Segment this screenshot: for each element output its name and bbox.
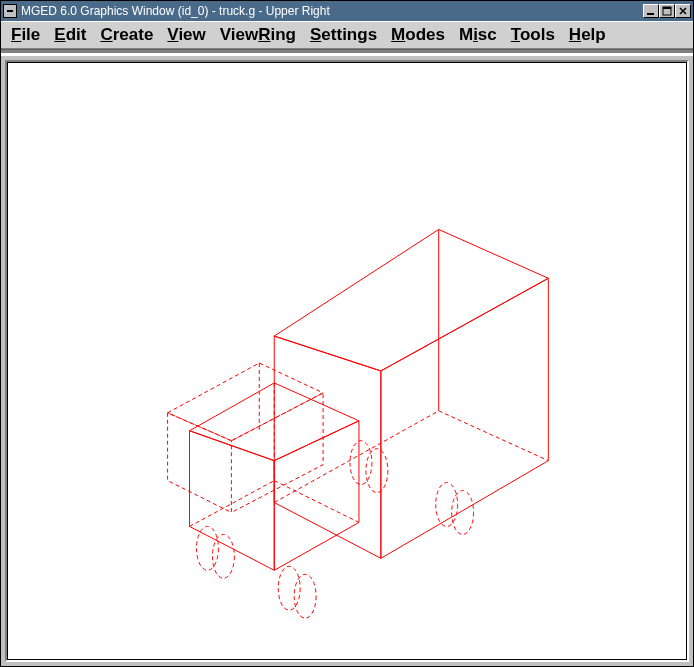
- menu-modes[interactable]: Modes: [391, 25, 445, 45]
- menu-tools[interactable]: Tools: [511, 25, 555, 45]
- svg-point-9: [366, 449, 388, 493]
- wireframe-truck: [7, 62, 687, 660]
- svg-point-6: [278, 566, 300, 610]
- maximize-button[interactable]: [659, 4, 675, 18]
- menu-edit[interactable]: Edit: [54, 25, 86, 45]
- svg-point-7: [294, 574, 316, 618]
- graphics-viewport[interactable]: [5, 60, 689, 662]
- window-sysmenu-icon[interactable]: [3, 4, 17, 18]
- svg-rect-3: [663, 7, 671, 9]
- svg-rect-0: [7, 10, 13, 12]
- menubar: File Edit Create View ViewRing Settings …: [1, 21, 693, 49]
- window-title: MGED 6.0 Graphics Window (id_0) - truck.…: [21, 4, 643, 18]
- close-button[interactable]: [675, 4, 691, 18]
- svg-point-11: [452, 491, 474, 535]
- app-window: MGED 6.0 Graphics Window (id_0) - truck.…: [0, 0, 694, 667]
- titlebar[interactable]: MGED 6.0 Graphics Window (id_0) - truck.…: [1, 1, 693, 21]
- window-controls: [643, 4, 691, 18]
- menu-viewring[interactable]: ViewRing: [220, 25, 296, 45]
- menu-help[interactable]: Help: [569, 25, 606, 45]
- menu-file[interactable]: File: [11, 25, 40, 45]
- svg-rect-1: [647, 13, 654, 15]
- menu-misc[interactable]: Misc: [459, 25, 497, 45]
- svg-point-8: [350, 441, 372, 485]
- menu-create[interactable]: Create: [100, 25, 153, 45]
- menu-settings[interactable]: Settings: [310, 25, 377, 45]
- minimize-button[interactable]: [643, 4, 659, 18]
- menu-view[interactable]: View: [167, 25, 205, 45]
- svg-point-5: [212, 534, 234, 578]
- viewport-frame: [1, 55, 693, 666]
- svg-point-4: [197, 526, 219, 570]
